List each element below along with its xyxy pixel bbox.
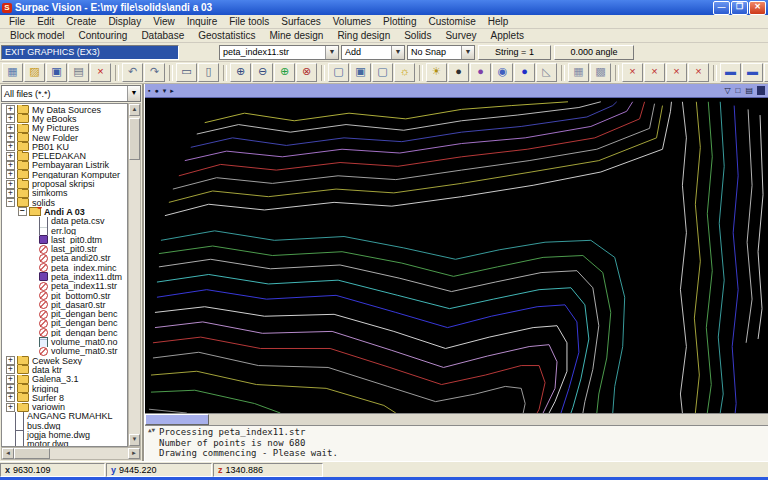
expand-icon[interactable]: +: [6, 133, 15, 142]
function-box[interactable]: EXIT GRAPHICS (EX3): [1, 45, 179, 60]
tree-horizontal-scrollbar[interactable]: ◄ ►: [1, 447, 141, 460]
expand-icon[interactable]: +: [6, 393, 15, 402]
tree-item-pit-dengan-benc[interactable]: pit_dengan benc: [2, 319, 127, 328]
point-delete-icon[interactable]: ×: [666, 63, 687, 82]
pan-window-icon[interactable]: ▭: [176, 63, 197, 82]
tree-item-pengaturan-komputer[interactable]: +Pengaturan Komputer: [2, 170, 127, 179]
menu-item-ring-design[interactable]: Ring design: [330, 30, 397, 41]
tree-item-solids[interactable]: −solids: [2, 198, 127, 207]
chevron-down-icon[interactable]: ▼: [127, 86, 140, 101]
expand-icon[interactable]: +: [6, 403, 15, 412]
zoom-in-icon[interactable]: ⊕: [230, 63, 251, 82]
tree-item-volume-mat0-str[interactable]: volume_mat0.str: [2, 347, 127, 356]
angle-button[interactable]: 0.000 angle: [554, 45, 634, 60]
tree-scroll-thumb[interactable]: [129, 118, 140, 160]
arrow-icon[interactable]: ▸: [170, 87, 174, 95]
menu-item-plotting[interactable]: Plotting: [377, 16, 422, 27]
tree-item-peta-index11-dtm[interactable]: peta_index11.dtm: [2, 272, 127, 281]
tree-item-my-pictures[interactable]: +My Pictures: [2, 124, 127, 133]
tree-item-proposal-skripsi[interactable]: +proposal skripsi: [2, 179, 127, 188]
dropdown-icon[interactable]: ▾: [163, 87, 167, 95]
redraw-view-icon[interactable]: ▢: [372, 63, 393, 82]
graphics-title-bar[interactable]: ▪ ● ▾ ▸ ▽ □ ▤: [145, 84, 768, 98]
fit-window-icon[interactable]: ▯: [198, 63, 219, 82]
new-file-icon[interactable]: ▦: [2, 63, 23, 82]
tree-item-last-pit0-dtm[interactable]: last_pit0.dtm: [2, 235, 127, 244]
plot-preview-icon[interactable]: ▬: [742, 63, 763, 82]
mode-combo[interactable]: Add ▼: [341, 45, 405, 60]
graphics-canvas[interactable]: [145, 98, 768, 413]
menu-item-file-tools[interactable]: File tools: [223, 16, 275, 27]
menu-item-inquire[interactable]: Inquire: [181, 16, 224, 27]
minimize-button[interactable]: —: [713, 1, 730, 15]
expand-icon[interactable]: +: [6, 375, 15, 384]
message-scroll-arrows[interactable]: ▲▼: [146, 427, 157, 433]
tree-item-pb01-ku[interactable]: +PB01 KU: [2, 142, 127, 151]
expand-icon[interactable]: +: [6, 124, 15, 133]
refresh-view-icon[interactable]: ▢: [328, 63, 349, 82]
tree-item-pit-dengan-benc[interactable]: pit_dengan benc: [2, 310, 127, 319]
light-off-icon[interactable]: ☀: [426, 63, 447, 82]
tree-item-last-pit0-str[interactable]: last_pit0.str: [2, 244, 127, 253]
tree-item-jogja-home-dwg[interactable]: jogja home.dwg: [2, 430, 127, 439]
tree-item-simkoms[interactable]: +simkoms: [2, 189, 127, 198]
point-mode-icon[interactable]: ●: [514, 63, 535, 82]
tree-item-bus-dwg[interactable]: bus.dwg: [2, 421, 127, 430]
menu-item-applets[interactable]: Applets: [484, 30, 531, 41]
maximize-button[interactable]: ❐: [731, 1, 748, 15]
tree-hscroll-thumb[interactable]: [14, 448, 50, 459]
canvas-horizontal-scrollbar[interactable]: [145, 413, 768, 425]
render-sphere-icon[interactable]: ●: [448, 63, 469, 82]
close-button[interactable]: ✕: [749, 1, 766, 15]
expand-icon[interactable]: +: [6, 170, 15, 179]
expand-icon[interactable]: +: [6, 180, 15, 189]
tree-item-peta-andi20-str[interactable]: peta andi20.str: [2, 254, 127, 263]
expand-icon[interactable]: +: [6, 105, 15, 114]
layer-combo[interactable]: peta_index11.str ▼: [219, 45, 339, 60]
tree-item-pit-bottom0-str[interactable]: pit_bottom0.str: [2, 291, 127, 300]
scroll-right-icon[interactable]: ►: [128, 448, 140, 459]
expand-icon[interactable]: +: [6, 189, 15, 198]
tree-item-peta-index-minc[interactable]: peta_index.minc: [2, 263, 127, 272]
tree-item-andi-a-03[interactable]: −Andi A 03: [2, 207, 127, 216]
menu-item-edit[interactable]: Edit: [31, 16, 60, 27]
menu-item-create[interactable]: Create: [60, 16, 102, 27]
tree-item-my-data-sources[interactable]: +My Data Sources: [2, 105, 127, 114]
tree-item-kriging[interactable]: +kriging: [2, 384, 127, 393]
zoom-out-icon[interactable]: ⊖: [252, 63, 273, 82]
tree-item-err-log[interactable]: err.log: [2, 226, 127, 235]
profile-icon[interactable]: ◺: [536, 63, 557, 82]
tree-item-data-peta-csv[interactable]: data peta.csv: [2, 217, 127, 226]
menu-item-customise[interactable]: Customise: [422, 16, 481, 27]
tree-item-pembayaran-listrik[interactable]: +Pembayaran Listrik: [2, 161, 127, 170]
scroll-left-icon[interactable]: ◄: [2, 448, 14, 459]
marker-icon[interactable]: ●: [154, 87, 158, 94]
tree-item-angang-rumahkl[interactable]: ANGANG RUMAHKL: [2, 412, 127, 421]
menu-item-mine-design[interactable]: Mine design: [262, 30, 330, 41]
graphics-close-icon[interactable]: ▤: [745, 86, 753, 95]
chevron-down-icon[interactable]: ▼: [461, 46, 474, 59]
light-bulb-icon[interactable]: ☼: [394, 63, 415, 82]
shade-sphere-icon[interactable]: ●: [470, 63, 491, 82]
tree-item-variowin[interactable]: +variowin: [2, 403, 127, 412]
tree-item-pit-dengan-benc[interactable]: pit_dengan benc: [2, 328, 127, 337]
scroll-track[interactable]: [129, 160, 140, 434]
menu-item-contouring[interactable]: Contouring: [71, 30, 134, 41]
reset-view-icon[interactable]: ▣: [350, 63, 371, 82]
expand-icon[interactable]: +: [6, 142, 15, 151]
menu-item-geostatistics[interactable]: Geostatistics: [191, 30, 262, 41]
print-icon[interactable]: ▤: [68, 63, 89, 82]
tree-item-pit-dasar0-str[interactable]: pit_dasar0.str: [2, 300, 127, 309]
canvas-hscroll-thumb[interactable]: [145, 414, 209, 425]
scroll-up-icon[interactable]: ▲: [129, 104, 140, 116]
tree-item-data-ktr[interactable]: +data ktr: [2, 365, 127, 374]
menu-item-view[interactable]: View: [147, 16, 181, 27]
menu-item-database[interactable]: Database: [134, 30, 191, 41]
tree-item-new-folder[interactable]: +New Folder: [2, 133, 127, 142]
scroll-track[interactable]: [209, 414, 768, 425]
tree-item-peledakan[interactable]: +PELEDAKAN: [2, 151, 127, 160]
menu-item-solids[interactable]: Solids: [397, 30, 438, 41]
wireframe-icon[interactable]: ◉: [492, 63, 513, 82]
collapse-icon[interactable]: −: [18, 207, 27, 216]
grid-icon[interactable]: ▦: [568, 63, 589, 82]
